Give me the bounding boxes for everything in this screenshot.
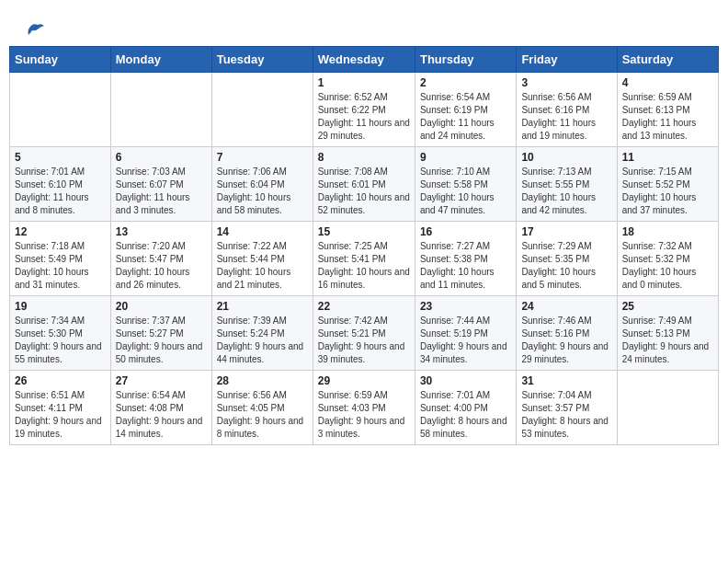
day-number: 30 [420, 374, 511, 387]
day-info: Sunrise: 7:15 AM Sunset: 5:52 PM Dayligh… [622, 166, 713, 217]
day-number: 9 [420, 151, 511, 164]
calendar-cell: 11Sunrise: 7:15 AM Sunset: 5:52 PM Dayli… [617, 147, 718, 222]
day-info: Sunrise: 7:20 AM Sunset: 5:47 PM Dayligh… [116, 240, 207, 292]
calendar-cell: 19Sunrise: 7:34 AM Sunset: 5:30 PM Dayli… [10, 296, 111, 371]
day-number: 6 [116, 151, 207, 164]
day-number: 10 [521, 151, 611, 164]
calendar-cell: 20Sunrise: 7:37 AM Sunset: 5:27 PM Dayli… [110, 296, 211, 371]
day-number: 28 [217, 374, 308, 387]
calendar-cell: 23Sunrise: 7:44 AM Sunset: 5:19 PM Dayli… [415, 296, 516, 371]
calendar-table: SundayMondayTuesdayWednesdayThursdayFrid… [9, 46, 719, 445]
day-info: Sunrise: 6:56 AM Sunset: 6:16 PM Dayligh… [521, 91, 611, 143]
calendar-cell: 15Sunrise: 7:25 AM Sunset: 5:41 PM Dayli… [313, 222, 415, 296]
calendar-week-row: 26Sunrise: 6:51 AM Sunset: 4:11 PM Dayli… [10, 371, 719, 445]
day-number: 22 [318, 300, 410, 313]
calendar-cell: 26Sunrise: 6:51 AM Sunset: 4:11 PM Dayli… [10, 371, 111, 445]
calendar-cell: 9Sunrise: 7:10 AM Sunset: 5:58 PM Daylig… [415, 147, 516, 222]
calendar-cell: 25Sunrise: 7:49 AM Sunset: 5:13 PM Dayli… [617, 296, 718, 371]
day-number: 4 [622, 76, 713, 89]
day-number: 15 [318, 225, 410, 238]
day-info: Sunrise: 6:52 AM Sunset: 6:22 PM Dayligh… [318, 91, 410, 143]
calendar-week-row: 19Sunrise: 7:34 AM Sunset: 5:30 PM Dayli… [10, 296, 719, 371]
day-info: Sunrise: 7:01 AM Sunset: 6:10 PM Dayligh… [15, 166, 106, 217]
day-info: Sunrise: 7:22 AM Sunset: 5:44 PM Dayligh… [217, 240, 308, 292]
calendar-cell: 28Sunrise: 6:56 AM Sunset: 4:05 PM Dayli… [211, 371, 313, 445]
calendar-cell: 5Sunrise: 7:01 AM Sunset: 6:10 PM Daylig… [10, 147, 111, 222]
day-number: 25 [622, 300, 713, 313]
day-info: Sunrise: 7:03 AM Sunset: 6:07 PM Dayligh… [116, 166, 207, 217]
calendar-cell: 30Sunrise: 7:01 AM Sunset: 4:00 PM Dayli… [415, 371, 516, 445]
calendar-cell [617, 371, 718, 445]
weekday-header-row: SundayMondayTuesdayWednesdayThursdayFrid… [10, 47, 719, 73]
calendar-cell: 6Sunrise: 7:03 AM Sunset: 6:07 PM Daylig… [110, 147, 211, 222]
day-info: Sunrise: 7:29 AM Sunset: 5:35 PM Dayligh… [521, 240, 611, 292]
day-info: Sunrise: 7:34 AM Sunset: 5:30 PM Dayligh… [15, 315, 106, 366]
day-number: 23 [420, 300, 511, 313]
day-number: 13 [116, 225, 207, 238]
calendar-cell: 17Sunrise: 7:29 AM Sunset: 5:35 PM Dayli… [517, 222, 617, 296]
day-info: Sunrise: 7:01 AM Sunset: 4:00 PM Dayligh… [420, 389, 511, 441]
day-info: Sunrise: 6:56 AM Sunset: 4:05 PM Dayligh… [217, 389, 308, 441]
calendar-cell [10, 73, 111, 147]
day-info: Sunrise: 7:13 AM Sunset: 5:55 PM Dayligh… [521, 166, 611, 217]
calendar-body: 1Sunrise: 6:52 AM Sunset: 6:22 PM Daylig… [10, 73, 719, 445]
day-number: 17 [521, 225, 611, 238]
weekday-header-cell: Saturday [617, 47, 718, 73]
day-info: Sunrise: 7:08 AM Sunset: 6:01 PM Dayligh… [318, 166, 410, 217]
day-number: 2 [420, 76, 511, 89]
calendar-cell: 31Sunrise: 7:04 AM Sunset: 3:57 PM Dayli… [517, 371, 617, 445]
day-info: Sunrise: 7:27 AM Sunset: 5:38 PM Dayligh… [420, 240, 511, 292]
calendar-week-row: 1Sunrise: 6:52 AM Sunset: 6:22 PM Daylig… [10, 73, 719, 147]
calendar-cell: 27Sunrise: 6:54 AM Sunset: 4:08 PM Dayli… [110, 371, 211, 445]
day-info: Sunrise: 6:54 AM Sunset: 4:08 PM Dayligh… [116, 389, 207, 441]
calendar-cell: 4Sunrise: 6:59 AM Sunset: 6:13 PM Daylig… [617, 73, 718, 147]
calendar-cell: 1Sunrise: 6:52 AM Sunset: 6:22 PM Daylig… [313, 73, 415, 147]
day-number: 14 [217, 225, 308, 238]
calendar-week-row: 5Sunrise: 7:01 AM Sunset: 6:10 PM Daylig… [10, 147, 719, 222]
day-info: Sunrise: 6:59 AM Sunset: 6:13 PM Dayligh… [622, 91, 713, 143]
calendar-cell: 21Sunrise: 7:39 AM Sunset: 5:24 PM Dayli… [211, 296, 313, 371]
weekday-header-cell: Tuesday [211, 47, 313, 73]
day-number: 27 [116, 374, 207, 387]
day-number: 29 [318, 374, 410, 387]
calendar-cell [211, 73, 313, 147]
calendar-cell: 3Sunrise: 6:56 AM Sunset: 6:16 PM Daylig… [517, 73, 617, 147]
calendar-cell: 12Sunrise: 7:18 AM Sunset: 5:49 PM Dayli… [10, 222, 111, 296]
day-info: Sunrise: 7:25 AM Sunset: 5:41 PM Dayligh… [318, 240, 410, 292]
calendar-cell: 8Sunrise: 7:08 AM Sunset: 6:01 PM Daylig… [313, 147, 415, 222]
day-info: Sunrise: 7:44 AM Sunset: 5:19 PM Dayligh… [420, 315, 511, 366]
weekday-header-cell: Thursday [415, 47, 516, 73]
calendar-cell [110, 73, 211, 147]
calendar-week-row: 12Sunrise: 7:18 AM Sunset: 5:49 PM Dayli… [10, 222, 719, 296]
day-number: 12 [15, 225, 106, 238]
day-info: Sunrise: 7:39 AM Sunset: 5:24 PM Dayligh… [217, 315, 308, 366]
calendar-cell: 16Sunrise: 7:27 AM Sunset: 5:38 PM Dayli… [415, 222, 516, 296]
weekday-header-cell: Friday [517, 47, 617, 73]
day-number: 1 [318, 76, 410, 89]
calendar-cell: 29Sunrise: 6:59 AM Sunset: 4:03 PM Dayli… [313, 371, 415, 445]
weekday-header-cell: Sunday [10, 47, 111, 73]
calendar-cell: 2Sunrise: 6:54 AM Sunset: 6:19 PM Daylig… [415, 73, 516, 147]
day-number: 24 [521, 300, 611, 313]
day-info: Sunrise: 6:54 AM Sunset: 6:19 PM Dayligh… [420, 91, 511, 143]
logo [23, 18, 45, 37]
day-number: 26 [15, 374, 106, 387]
day-number: 8 [318, 151, 410, 164]
day-number: 21 [217, 300, 308, 313]
day-number: 7 [217, 151, 308, 164]
day-number: 3 [521, 76, 611, 89]
day-info: Sunrise: 7:49 AM Sunset: 5:13 PM Dayligh… [622, 315, 713, 366]
calendar-cell: 10Sunrise: 7:13 AM Sunset: 5:55 PM Dayli… [517, 147, 617, 222]
calendar-cell: 22Sunrise: 7:42 AM Sunset: 5:21 PM Dayli… [313, 296, 415, 371]
calendar-cell: 7Sunrise: 7:06 AM Sunset: 6:04 PM Daylig… [211, 147, 313, 222]
day-info: Sunrise: 7:37 AM Sunset: 5:27 PM Dayligh… [116, 315, 207, 366]
day-number: 5 [15, 151, 106, 164]
day-number: 20 [116, 300, 207, 313]
day-info: Sunrise: 7:10 AM Sunset: 5:58 PM Dayligh… [420, 166, 511, 217]
day-info: Sunrise: 7:06 AM Sunset: 6:04 PM Dayligh… [217, 166, 308, 217]
weekday-header-cell: Wednesday [313, 47, 415, 73]
day-number: 11 [622, 151, 713, 164]
day-number: 19 [15, 300, 106, 313]
day-info: Sunrise: 6:51 AM Sunset: 4:11 PM Dayligh… [15, 389, 106, 441]
page-header [9, 9, 719, 41]
